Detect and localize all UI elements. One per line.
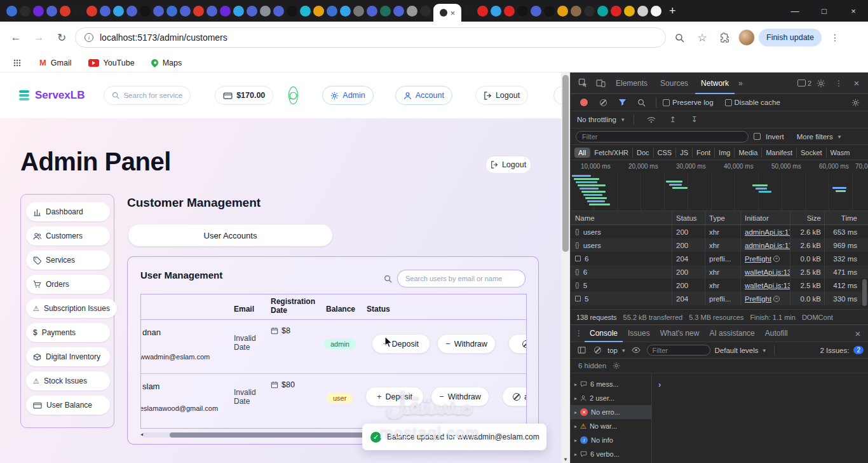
tab-favicon[interactable] [113,6,124,17]
admin-nav-button[interactable]: Admin [322,86,373,105]
tab-favicon[interactable] [544,6,555,17]
sidebar-item-user-balance[interactable]: User Balance [26,396,110,415]
clear-icon[interactable] [595,94,611,111]
col-initiator[interactable]: Initiator [741,211,790,225]
tab-favicon[interactable] [20,6,31,17]
bookmark-youtube[interactable]: YouTube [88,59,135,67]
col-status[interactable]: Status [672,211,705,225]
tab-favicon[interactable] [207,6,217,17]
minimize-icon[interactable]: — [780,6,810,16]
more-filters-button[interactable]: More filters [797,133,833,141]
search-icon[interactable] [633,94,649,111]
sidebar-item-customers[interactable]: Customers [26,226,110,245]
preserve-log-checkbox[interactable] [663,99,670,106]
tab-favicon[interactable] [464,6,475,17]
tab-favicon[interactable] [340,6,351,17]
tab-issues[interactable]: Issues [623,324,655,342]
withdraw-button[interactable]: − Withdraw [437,334,496,354]
col-time[interactable]: Time [825,211,861,225]
whatsapp-icon[interactable] [288,86,298,104]
tab-ai-assistance[interactable]: AI assistance [704,324,759,342]
tab-favicon[interactable] [624,6,635,17]
tab-favicon[interactable] [531,6,541,17]
type-filter-chip[interactable]: Wasm [826,148,854,158]
console-filter-all-messages[interactable]: ▸ 6 mess... [571,377,651,391]
finish-update-button[interactable]: Finish update [759,29,822,46]
initiator-link[interactable]: walletApi.js:13 [745,268,790,276]
chrome-menu-icon[interactable]: ⋮ [825,28,844,47]
initiator-link[interactable]: adminApi.js:17 [745,242,790,249]
tab-favicon[interactable] [491,6,501,17]
maximize-icon[interactable]: □ [810,6,839,16]
tab-favicon[interactable] [247,6,257,17]
logout-nav-button[interactable]: Logout [475,86,528,105]
tab-favicon[interactable] [273,6,284,17]
scroll-down-arrow-icon[interactable]: ▼ [563,457,568,462]
brand[interactable]: ServexLB [18,89,85,102]
log-levels-select[interactable]: Default levels [715,347,759,354]
tab-favicon[interactable] [420,6,431,17]
sidebar-item-dashboard[interactable]: Dashboard [26,202,110,221]
type-filter-chip[interactable]: JS [675,148,692,158]
network-request-row[interactable]: 5 204 prefli... Preflight+ 0.0 kB 330 ms [571,292,868,305]
tab-favicon[interactable] [60,6,71,17]
active-tab[interactable]: × [433,4,461,22]
disable-cache-checkbox[interactable] [725,99,732,106]
tab-elements[interactable]: Elements [610,73,653,94]
tab-favicon[interactable] [651,6,661,17]
user-accounts-tab[interactable]: User Accounts [128,225,332,246]
issues-count-badge[interactable]: 2 [853,346,864,354]
tab-favicon[interactable] [6,6,17,17]
type-filter-chip[interactable]: Socket [796,148,826,158]
drawer-menu-icon[interactable]: ⋮ [573,325,585,342]
console-filter-input[interactable] [647,345,710,356]
devtools-menu-icon[interactable]: ⋮ [831,75,847,92]
tab-favicon[interactable] [584,6,595,17]
bookmark-star-icon[interactable]: ☆ [693,28,712,47]
console-settings-gear-icon[interactable] [611,357,621,374]
tab-favicon[interactable] [380,6,391,17]
sidebar-item-digital-inventory[interactable]: Digital Inventory [26,347,110,366]
tab-favicon[interactable] [46,6,57,17]
type-filter-chip[interactable]: Doc [632,148,653,158]
service-search-input[interactable]: Search for service [104,86,191,105]
close-tab-icon[interactable]: × [451,9,456,17]
tab-favicon[interactable] [407,6,417,17]
console-filter-warnings[interactable]: ▸ ⚠ No war... [571,419,651,433]
tab-favicon[interactable] [393,6,404,17]
tab-favicon[interactable] [313,6,324,17]
tab-favicon[interactable] [220,6,231,17]
col-name[interactable]: Name [571,211,672,225]
type-filter-chip[interactable]: CSS [653,148,676,158]
throttling-select[interactable]: No throttling [577,116,616,123]
tab-favicon[interactable] [571,6,581,17]
tab-favicon[interactable] [611,6,621,17]
record-icon[interactable] [576,94,592,111]
close-window-icon[interactable]: × [839,6,868,16]
devtools-scrollbar[interactable] [862,226,867,308]
forward-icon[interactable]: → [29,28,48,47]
issues-counter[interactable]: 2 [797,79,811,87]
console-filter-info[interactable]: ▸ i No info [571,433,651,447]
tab-favicon[interactable] [153,6,164,17]
apps-grid-icon[interactable] [11,57,23,69]
extensions-icon[interactable] [715,28,735,47]
tab-favicon[interactable] [637,6,648,17]
console-filter-user-messages[interactable]: ▸ 2 user... [571,391,651,405]
scrollbar-thumb[interactable] [170,432,364,438]
tab-sources[interactable]: Sources [654,73,694,94]
bookmark-gmail[interactable]: M Gmail [39,58,72,67]
initiator-link[interactable]: walletApi.js:13 [745,282,790,289]
initiator-link[interactable]: Preflight [745,295,771,303]
console-output[interactable]: › [652,373,868,463]
page-scrollbar[interactable]: ▼ [561,73,570,463]
tab-whats-new[interactable]: What's new [655,324,705,342]
tab-favicon[interactable] [100,6,111,17]
cart-nav-button[interactable]: Cart [553,86,561,105]
tab-favicon[interactable] [300,6,311,17]
sidebar-item-orders[interactable]: Orders [26,275,110,294]
tab-favicon[interactable] [180,6,191,17]
console-filter-errors[interactable]: ▸ × No erro... [571,405,651,419]
tab-favicon[interactable] [477,6,488,17]
context-select[interactable]: top [607,347,618,354]
